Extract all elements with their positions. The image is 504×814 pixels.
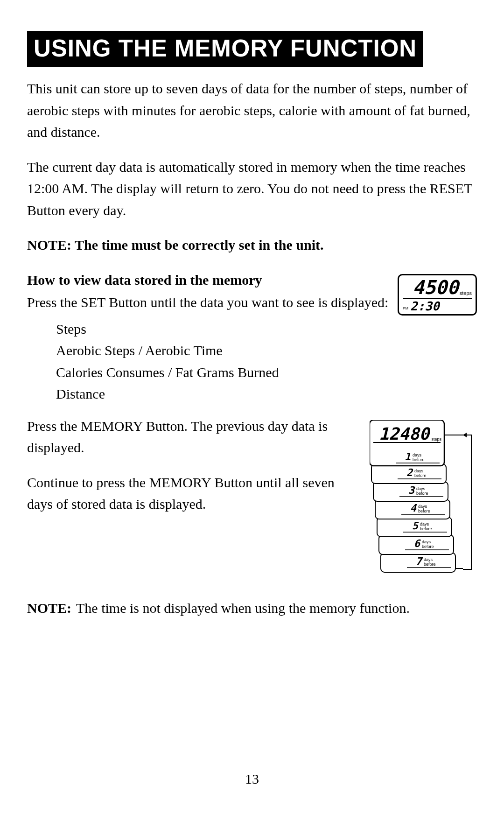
note-label: NOTE:: [27, 597, 71, 619]
lcd1-unit: steps: [460, 291, 472, 296]
lcd1-time: 2:30: [410, 300, 440, 312]
howto-section: How to view data stored in the memory Pr…: [27, 269, 477, 316]
svg-text:1: 1: [405, 451, 411, 463]
lcd-memory-stack: 7daysbefore6daysbefore5daysbefore4daysbe…: [370, 415, 477, 578]
svg-text:before: before: [420, 526, 432, 531]
svg-text:4: 4: [410, 502, 417, 514]
svg-text:days: days: [424, 557, 433, 562]
memory-section: Press the MEMORY Button. The previous da…: [27, 415, 477, 578]
svg-text:days: days: [416, 486, 426, 491]
body-content: This unit can store up to seven days of …: [27, 78, 477, 619]
svg-text:before: before: [416, 491, 428, 496]
svg-text:steps: steps: [431, 437, 441, 442]
intro-paragraph-1: This unit can store up to seven days of …: [27, 78, 477, 143]
svg-text:days: days: [414, 469, 424, 473]
svg-text:days: days: [420, 522, 429, 526]
list-item: Distance: [56, 383, 477, 405]
data-type-list: Steps Aerobic Steps / Aerobic Time Calor…: [56, 318, 477, 405]
lcd-screen-1: 4500 steps PM 2:30: [398, 274, 477, 316]
howto-intro-text: Press the SET Button until the data you …: [27, 292, 389, 314]
memory-paragraph-1: Press the MEMORY Button. The previous da…: [27, 415, 361, 459]
svg-text:12480: 12480: [379, 424, 431, 443]
howto-subheading: How to view data stored in the memory: [27, 269, 389, 291]
note-time-set: NOTE: The time must be correctly set in …: [27, 234, 477, 256]
manual-page: USING THE MEMORY FUNCTION This unit can …: [0, 0, 504, 814]
howto-text-column: How to view data stored in the memory Pr…: [27, 269, 389, 314]
memory-text-column: Press the MEMORY Button. The previous da…: [27, 415, 361, 528]
intro-paragraph-2: The current day data is automatically st…: [27, 156, 477, 222]
svg-text:before: before: [413, 457, 425, 462]
list-item: Steps: [56, 318, 477, 340]
svg-text:5: 5: [412, 520, 419, 532]
svg-text:days: days: [418, 504, 427, 509]
svg-text:before: before: [424, 562, 436, 567]
svg-text:6: 6: [414, 538, 421, 549]
note-text: The time is not displayed when using the…: [76, 597, 410, 619]
svg-text:days: days: [422, 540, 431, 544]
svg-text:2: 2: [406, 467, 413, 478]
list-item: Aerobic Steps / Aerobic Time: [56, 340, 477, 362]
svg-text:before: before: [418, 509, 430, 513]
page-number: 13: [0, 771, 504, 787]
section-title: USING THE MEMORY FUNCTION: [27, 31, 423, 67]
memory-paragraph-2: Continue to press the MEMORY Button unti…: [27, 472, 361, 515]
lcd-display-current: 4500 steps PM 2:30: [398, 269, 477, 316]
svg-text:3: 3: [408, 484, 415, 496]
note-memory-time: NOTE: The time is not displayed when usi…: [27, 597, 477, 619]
lcd1-pm-indicator: PM: [403, 307, 408, 310]
list-item: Calories Consumes / Fat Grams Burned: [56, 362, 477, 384]
svg-text:days: days: [413, 453, 422, 457]
memory-stack-svg: 7daysbefore6daysbefore5daysbefore4daysbe…: [370, 420, 477, 578]
svg-text:before: before: [414, 473, 427, 478]
svg-text:before: before: [422, 544, 434, 549]
lcd1-value: 4500: [413, 278, 459, 297]
